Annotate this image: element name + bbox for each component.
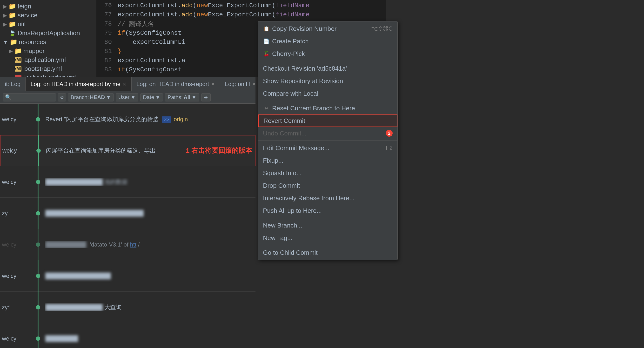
folder-icon: 📁 (9, 21, 16, 28)
reset-icon: ↩ (263, 105, 270, 111)
folder-icon: 📁 (10, 39, 17, 46)
commit-row-0[interactable]: weicy Revert "闪屏平台在查询添加库房分类的筛选 >> origin (0, 104, 256, 135)
line-num-83: 83 (96, 65, 116, 74)
commit-row-5[interactable]: weicy ████████████████ (0, 260, 256, 292)
menu-item-compare-local[interactable]: Compare with Local (258, 87, 398, 100)
tab-log-head[interactable]: Log: on HEAD in dms-report ✕ (132, 77, 220, 91)
paths-filter[interactable]: Paths: All ▼ (165, 93, 199, 102)
branch-filter[interactable]: Branch: HEAD ▼ (68, 93, 114, 102)
separator (258, 101, 398, 101)
commit-row-2[interactable]: weicy ██████████████ 池的数据 (0, 166, 256, 198)
menu-item-new-branch[interactable]: New Branch... (258, 219, 398, 232)
search-box[interactable]: 🔍 (3, 93, 56, 102)
commit-graph (31, 104, 45, 135)
commit-row-4[interactable]: weicy ██████████ 'datato-V3.1' of htt / (0, 229, 256, 260)
commit-row-1[interactable]: weicy 闪屏平台在查询添加库房分类的筛选、导出 1 右击将要回滚的版本 (0, 135, 256, 166)
file-tree-item-resources[interactable]: ▼ 📁 resources (0, 38, 96, 46)
tab-log-h[interactable]: Log: on H ✕ (220, 77, 261, 91)
yml-icon: YML (15, 57, 22, 63)
commit-author: weicy (2, 178, 31, 185)
menu-item-undo-commit[interactable]: Undo Commit... 2 (258, 127, 398, 140)
menu-item-interactive-rebase[interactable]: Interactively Rebase from Here... (258, 192, 398, 204)
spring-icon: 🍃 (9, 30, 16, 37)
line-num-78: 78 (96, 19, 116, 28)
tab-close-icon[interactable]: ✕ (211, 81, 215, 87)
file-tree-item-service[interactable]: ▶ 📁 service (0, 11, 96, 20)
commit-message: ██████████████ 大查询 (45, 304, 254, 311)
undo-badge: 2 (386, 130, 392, 137)
tab-close-icon[interactable]: ✕ (122, 81, 126, 87)
context-menu: 📋 Copy Revision Number ⌥⇧⌘C 📄 Create Pat… (258, 21, 398, 260)
menu-item-show-repo[interactable]: Show Repository at Revision (258, 75, 398, 87)
menu-item-squash[interactable]: Squash Into... (258, 167, 398, 179)
commit-row-6[interactable]: zy* ██████████████ 大查询 (0, 292, 256, 323)
copy-icon: 📋 (263, 26, 270, 32)
branch-tag: >> (162, 116, 171, 123)
line-numbers: 76 77 78 79 80 81 82 83 (96, 0, 116, 77)
menu-item-reset-branch[interactable]: ↩ Reset Current Branch to Here... (258, 102, 398, 114)
file-tree-item-mapper[interactable]: ▶ 📁 mapper (0, 46, 96, 56)
commit-author: weicy (2, 241, 31, 248)
menu-item-checkout[interactable]: Checkout Revision 'ad5c841a' (258, 62, 398, 75)
line-num-79: 79 (96, 28, 116, 38)
commit-graph (31, 135, 46, 166)
commit-text-blurred: ██████████████ 池的数据 (45, 178, 128, 185)
menu-item-fixup[interactable]: Fixup... (258, 154, 398, 167)
tab-bar: it: Log Log: on HEAD in dms-report by me… (0, 77, 256, 91)
line-num-80: 80 (96, 38, 116, 47)
commit-graph (31, 166, 45, 198)
commit-message: ██████████████ 池的数据 (45, 178, 254, 186)
line-num-81: 81 (96, 47, 116, 56)
git-log-panel: it: Log Log: on HEAD in dms-report by me… (0, 77, 256, 348)
menu-item-cherry-pick[interactable]: 🍒 Cherry-Pick (258, 48, 398, 60)
commit-author: weicy (2, 147, 31, 154)
origin-tag: origin (174, 116, 188, 122)
chevron-down-icon: ▼ (155, 94, 160, 100)
menu-item-drop-commit[interactable]: Drop Commit (258, 179, 398, 192)
menu-item-copy-revision[interactable]: 📋 Copy Revision Number ⌥⇧⌘C (258, 22, 398, 35)
commit-message-blurred: ████████████████████████ (45, 210, 254, 217)
tab-close-icon[interactable]: ✕ (252, 81, 256, 87)
user-filter[interactable]: User ▼ (116, 93, 138, 102)
menu-item-revert-commit[interactable]: Revert Commit (258, 114, 398, 127)
file-tree-item-feign[interactable]: ▶ 📁 feign (0, 2, 96, 11)
separator (258, 140, 398, 141)
commit-author: weicy (2, 335, 31, 342)
menu-item-new-tag[interactable]: New Tag... (258, 232, 398, 244)
file-tree-item-bootstrap-yml[interactable]: ▶ YML bootstrap.yml (0, 64, 96, 73)
commit-graph (31, 323, 45, 348)
menu-item-go-to-child[interactable]: Go to Child Commit (258, 246, 398, 259)
menu-item-create-patch[interactable]: 📄 Create Patch... (258, 35, 398, 48)
collapse-arrow: ▶ (3, 21, 7, 28)
menu-item-edit-message[interactable]: Edit Commit Message... F2 (258, 142, 398, 154)
commit-text-suffix: 大查询 (104, 304, 122, 310)
file-tree-item-util[interactable]: ▶ 📁 util (0, 20, 96, 29)
date-filter[interactable]: Date ▼ (140, 93, 163, 102)
commit-author: weicy (2, 116, 31, 123)
commit-graph (31, 260, 45, 292)
settings-button[interactable]: ⚙ (58, 93, 66, 102)
commit-message: Revert "闪屏平台在查询添加库房分类的筛选 >> origin (45, 116, 254, 123)
file-tree-item-application-yml[interactable]: ▶ YML application.yml (0, 56, 96, 64)
commit-row-7[interactable]: weicy ████████ (0, 323, 256, 348)
file-tree-item-dmsreport[interactable]: ▶ 🍃 DmsReportApplication (0, 29, 96, 38)
commit-message-blurred: ████████████████ (45, 272, 254, 279)
folder-icon: 📁 (15, 48, 22, 54)
more-options-button[interactable]: ⊕ (201, 93, 211, 102)
chevron-down-icon: ▼ (191, 94, 197, 100)
commit-text: Revert "闪屏平台在查询添加库房分类的筛选 (45, 116, 158, 122)
yml-icon: YML (15, 66, 22, 72)
tab-log-it[interactable]: it: Log (0, 77, 26, 91)
commit-text-blurred: ██████████████ (45, 304, 103, 310)
annotation-text: 1 右击将要回滚的版本 (186, 146, 252, 155)
chevron-down-icon: ▼ (130, 94, 136, 100)
menu-item-push-all[interactable]: Push All up to Here... (258, 204, 398, 217)
commit-list: weicy Revert "闪屏平台在查询添加库房分类的筛选 >> origin… (0, 104, 256, 348)
chevron-down-icon: ▼ (106, 94, 111, 100)
commit-author: weicy (2, 272, 31, 279)
commit-graph (31, 198, 45, 229)
commit-version: 'datato-V3.1' of (90, 241, 130, 248)
tab-log-head-me[interactable]: Log: on HEAD in dms-report by me ✕ (26, 77, 132, 91)
commit-row-3[interactable]: zy ████████████████████████ (0, 198, 256, 229)
separator (258, 61, 398, 61)
